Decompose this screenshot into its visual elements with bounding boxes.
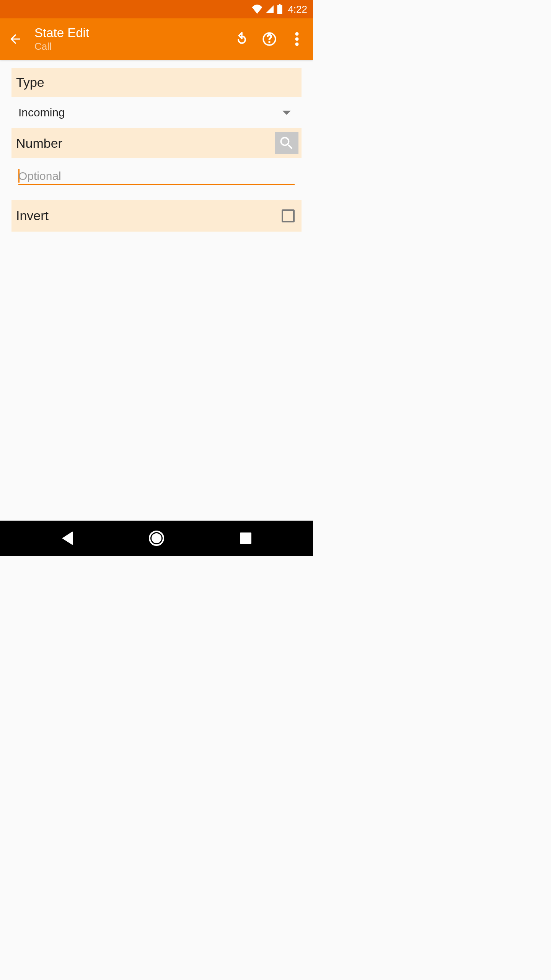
undo-icon [235,32,249,46]
number-input[interactable] [18,167,295,185]
type-selector[interactable]: Incoming [11,97,302,128]
wifi-icon [251,5,263,14]
status-time: 4:22 [288,3,307,15]
more-vert-icon [295,32,299,46]
type-header: Type [11,68,302,97]
search-button[interactable] [275,132,298,154]
invert-label: Invert [16,208,49,223]
type-label: Type [16,75,44,90]
reset-button[interactable] [233,31,250,47]
svg-point-1 [295,33,298,36]
svg-point-2 [295,38,298,41]
triangle-back-icon [62,531,73,545]
nav-recent-button[interactable] [234,527,257,550]
cell-signal-icon [265,5,275,14]
content-area: Type Incoming Number Invert [0,60,313,232]
help-button[interactable] [261,31,278,47]
page-subtitle: Call [34,41,233,52]
title-area: State Edit Call [34,26,233,52]
back-button[interactable] [5,28,26,50]
chevron-down-icon [282,111,291,115]
app-bar: State Edit Call [0,18,313,60]
square-recent-icon [240,532,251,544]
toolbar-actions [233,31,305,47]
more-button[interactable] [289,31,305,47]
number-header: Number [11,128,302,158]
number-label: Number [16,136,62,151]
status-bar: 4:22 [0,0,313,18]
search-icon [278,135,295,152]
type-value: Incoming [18,106,65,119]
page-title: State Edit [34,26,233,40]
nav-home-button[interactable] [145,527,168,550]
help-icon [262,32,277,46]
invert-row[interactable]: Invert [11,200,302,232]
nav-bar [0,521,313,556]
number-input-wrapper [11,158,302,189]
circle-home-icon [149,531,164,546]
battery-icon [277,4,283,14]
invert-checkbox[interactable] [282,209,295,222]
arrow-back-icon [8,32,23,46]
svg-point-3 [295,43,298,46]
nav-back-button[interactable] [56,527,79,550]
